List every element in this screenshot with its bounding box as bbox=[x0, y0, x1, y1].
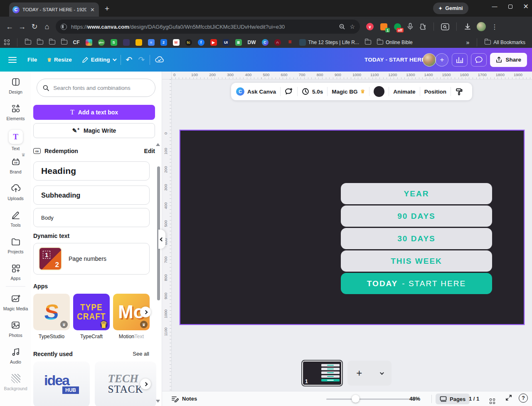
sidebar-item-uploads[interactable]: Uploads bbox=[0, 178, 31, 205]
animate-button[interactable]: Animate bbox=[393, 89, 415, 95]
browser-menu-icon[interactable]: ⋮ bbox=[491, 23, 498, 31]
canvas-button-this-week[interactable]: THIS WEEK bbox=[341, 250, 492, 272]
editing-mode-menu[interactable]: Editing bbox=[82, 57, 116, 63]
extensions-puzzle-icon[interactable] bbox=[419, 23, 426, 30]
bookmark-facebook[interactable]: f bbox=[198, 39, 204, 46]
bookmark-tc[interactable]: tc bbox=[185, 39, 192, 46]
font-search-input[interactable] bbox=[53, 85, 149, 91]
bookmark-folder-2[interactable] bbox=[37, 40, 43, 45]
site-info-icon[interactable] bbox=[61, 24, 67, 30]
app-typecraft[interactable]: TYPE CRAFT ♛ bbox=[73, 294, 110, 330]
sidebar-item-apps[interactable]: Apps bbox=[0, 258, 31, 285]
recent-scroll-right-button[interactable] bbox=[140, 379, 151, 389]
bookmark-subsplash[interactable]: S bbox=[111, 39, 117, 46]
background-color-swatch[interactable] bbox=[374, 86, 384, 97]
profile-avatar[interactable] bbox=[477, 22, 486, 31]
duration-button[interactable]: 5.0s bbox=[302, 88, 323, 95]
scroll-up-arrow[interactable] bbox=[156, 143, 160, 146]
bookmark-canva[interactable]: C bbox=[262, 39, 268, 46]
close-button[interactable]: ✕ bbox=[523, 2, 529, 10]
home-button[interactable]: ⌂ bbox=[41, 22, 53, 31]
copy-style-button[interactable] bbox=[455, 88, 463, 96]
bookmark-cf[interactable]: CF bbox=[73, 40, 80, 45]
bookmark-tree[interactable] bbox=[123, 39, 130, 46]
sidebar-item-background[interactable]: Background bbox=[0, 368, 31, 395]
address-bar[interactable]: https://www.canva.com/design/DAG6ygGufa0… bbox=[56, 20, 360, 34]
resize-menu[interactable]: ♛Resize bbox=[47, 57, 72, 63]
grid-view-button[interactable] bbox=[490, 396, 495, 404]
tab-search-icon[interactable] bbox=[441, 23, 449, 30]
bookmark-folder-1[interactable] bbox=[25, 40, 31, 45]
bookmark-folder-3[interactable] bbox=[49, 40, 55, 45]
see-all-link[interactable]: See all bbox=[133, 351, 149, 357]
help-button[interactable]: ? bbox=[519, 394, 528, 403]
canvas-button-90-days[interactable]: 90 DAYS bbox=[341, 205, 492, 227]
all-bookmarks-button[interactable]: All Bookmarks bbox=[485, 40, 525, 45]
heading-style-card[interactable]: Heading bbox=[33, 161, 150, 181]
bookmark-ui[interactable]: UI bbox=[223, 39, 229, 46]
add-page-button[interactable]: + bbox=[347, 361, 392, 386]
bookmark-dw[interactable]: DW bbox=[248, 40, 256, 45]
canvas-button-30-days[interactable]: 30 DAYS bbox=[341, 228, 492, 249]
new-tab-button[interactable]: + bbox=[105, 4, 109, 13]
browser-tab[interactable]: C TODAY - START HERE - 1920 × ✕ bbox=[9, 2, 99, 17]
bookmark-12-steps[interactable]: The 12 Steps | Life R... bbox=[299, 39, 360, 46]
canvas-button-today-start-here[interactable]: TODAY- START HERE bbox=[341, 273, 492, 294]
font-search[interactable] bbox=[37, 79, 155, 97]
sidebar-item-audio[interactable]: Audio bbox=[0, 342, 31, 368]
sidebar-item-projects[interactable]: Projects bbox=[0, 231, 31, 258]
bookmark-gmail[interactable]: M bbox=[173, 39, 180, 46]
bookmark-list[interactable]: ≣ bbox=[235, 39, 242, 46]
zoom-slider-handle[interactable] bbox=[352, 395, 360, 403]
sidebar-item-elements[interactable]: Elements bbox=[0, 98, 31, 125]
position-button[interactable]: Position bbox=[424, 89, 446, 95]
main-menu-icon[interactable] bbox=[8, 55, 17, 64]
share-button[interactable]: Share bbox=[490, 53, 527, 67]
panel-collapse-handle[interactable] bbox=[158, 230, 165, 249]
recent-idea-hub-card[interactable]: idea HUB bbox=[33, 361, 90, 406]
bookmark-gloo[interactable]: gloo bbox=[98, 39, 105, 46]
zoom-page-icon[interactable] bbox=[339, 23, 345, 30]
comments-button[interactable] bbox=[471, 53, 487, 67]
apps-scroll-right-button[interactable] bbox=[140, 307, 151, 317]
redo-button[interactable]: ↷ bbox=[138, 55, 145, 64]
bookmark-keep[interactable] bbox=[135, 39, 142, 46]
page-numbers-card[interactable]: 12 Page numbers bbox=[33, 243, 150, 275]
bookmark-star-icon[interactable]: ☆ bbox=[350, 23, 355, 30]
canvas-button-year[interactable]: YEAR bbox=[341, 183, 492, 204]
bookmark-slack[interactable] bbox=[86, 39, 92, 46]
zoom-slider-track[interactable] bbox=[326, 399, 419, 400]
insights-button[interactable] bbox=[452, 53, 468, 67]
sidebar-item-brand[interactable]: ♛ co Brand bbox=[0, 151, 31, 178]
bookmark-docs[interactable]: ≡ bbox=[148, 39, 155, 46]
bookmark-calendar[interactable]: 2 bbox=[160, 39, 167, 46]
magic-write-button[interactable]: ✎✦ Magic Write bbox=[33, 123, 155, 138]
page-thumbnail[interactable]: 1 bbox=[301, 360, 343, 386]
downloads-icon[interactable] bbox=[464, 23, 471, 30]
sidebar-item-photos[interactable]: Photos bbox=[0, 315, 31, 342]
design-page[interactable]: YEAR90 DAYS30 DAYSTHIS WEEKTODAY- START … bbox=[180, 130, 525, 325]
bookmark-apps-grid-icon[interactable] bbox=[4, 40, 10, 45]
extension-orange-icon[interactable]: 1 bbox=[379, 22, 388, 31]
user-avatar[interactable] bbox=[423, 53, 436, 67]
bookmark-folder-4[interactable] bbox=[61, 40, 67, 45]
pocket-extension-icon[interactable]: ∨ bbox=[366, 22, 374, 31]
add-comment-button[interactable] bbox=[285, 88, 293, 96]
magic-bg-button[interactable]: Magic BG ♛ bbox=[332, 89, 365, 95]
sidebar-item-tools[interactable]: Tools bbox=[0, 205, 31, 231]
back-button[interactable]: ← bbox=[3, 22, 16, 31]
bookmark-paw[interactable]: ꕤ bbox=[287, 39, 293, 46]
app-typestudio[interactable]: S ♛ bbox=[33, 294, 70, 330]
fullscreen-button[interactable] bbox=[505, 394, 512, 402]
scroll-down-arrow[interactable] bbox=[156, 400, 160, 403]
invite-member-button[interactable]: + bbox=[435, 53, 448, 67]
ask-canva-button[interactable]: C Ask Canva bbox=[236, 87, 276, 96]
bookmark-youtube[interactable]: ▶ bbox=[210, 39, 217, 46]
bookmark-online-bible[interactable]: Online Bible bbox=[377, 40, 413, 45]
body-style-card[interactable]: Body bbox=[33, 208, 150, 227]
brand-kit-edit-link[interactable]: Edit bbox=[144, 148, 155, 154]
file-menu[interactable]: File bbox=[27, 57, 37, 63]
gemini-button[interactable]: ✦ Gemini bbox=[433, 2, 468, 14]
notes-button[interactable]: Notes bbox=[171, 396, 197, 402]
pages-view-button[interactable]: Pages bbox=[436, 394, 470, 404]
